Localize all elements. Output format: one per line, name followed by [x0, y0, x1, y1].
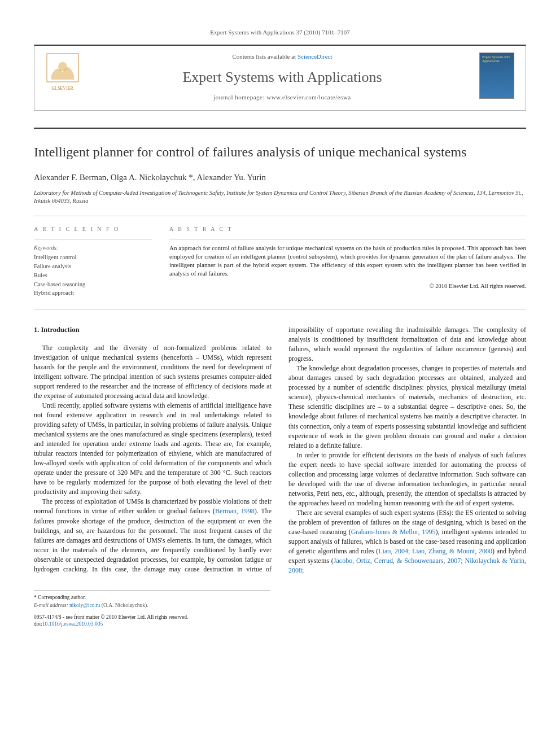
- citation-link[interactable]: Berman, 1998: [215, 507, 255, 515]
- svg-text:ELSEVIER: ELSEVIER: [52, 86, 73, 91]
- journal-header: ELSEVIER Contents lists available at Sci…: [34, 45, 526, 110]
- article-info-heading: A R T I C L E I N F O: [34, 225, 152, 233]
- header-rule: [34, 128, 526, 129]
- abstract-block: A B S T R A C T An approach for control …: [169, 225, 526, 298]
- article-info-block: A R T I C L E I N F O Keywords: Intellig…: [34, 225, 152, 298]
- footer-block: * Corresponding author. E-mail address: …: [34, 590, 270, 627]
- doi-link[interactable]: 10.1016/j.eswa.2010.03.005: [42, 621, 103, 627]
- keyword-item: Intelligent control: [34, 253, 152, 262]
- article-authors: Alexander F. Berman, Olga A. Nickolaychu…: [34, 172, 526, 184]
- article-title: Intelligent planner for control of failu…: [34, 143, 526, 162]
- issn-line: 0957-4174/$ - see front matter © 2010 El…: [34, 614, 270, 621]
- keyword-item: Hybrid approach: [34, 289, 152, 298]
- doi-line: doi:10.1016/j.eswa.2010.03.005: [34, 621, 270, 627]
- abstract-text: An approach for control of failure analy…: [169, 244, 526, 277]
- contents-available-line: Contents lists available at ScienceDirec…: [85, 53, 479, 61]
- journal-homepage: journal homepage: www.elsevier.com/locat…: [85, 93, 479, 102]
- paragraph: The complexity and the diversity of non-…: [34, 343, 272, 401]
- corresponding-author-note: * Corresponding author.: [34, 594, 270, 601]
- citation-link[interactable]: Graham-Jones & Mellor, 1995: [351, 528, 436, 536]
- body-text: 1. Introduction The complexity and the d…: [34, 325, 526, 575]
- keyword-item: Rules: [34, 271, 152, 280]
- paragraph: The knowledge about degradation processe…: [288, 364, 526, 450]
- keyword-item: Case-based reasoning: [34, 280, 152, 289]
- citation-link[interactable]: Liao, 2004; Liao, Zhang, & Mount, 2000: [378, 547, 492, 555]
- section-heading: 1. Introduction: [34, 325, 272, 335]
- paragraph: Until recently, applied software systems…: [34, 401, 272, 497]
- svg-point-1: [58, 62, 67, 71]
- keyword-item: Failure analysis: [34, 262, 152, 271]
- abstract-copyright: © 2010 Elsevier Ltd. All rights reserved…: [169, 282, 526, 291]
- journal-name: Expert Systems with Applications: [85, 67, 479, 88]
- sciencedirect-link[interactable]: ScienceDirect: [298, 53, 333, 60]
- keywords-label: Keywords:: [34, 244, 152, 252]
- article-affiliation: Laboratory for Methods of Computer-Aided…: [34, 189, 526, 204]
- abstract-heading: A B S T R A C T: [169, 225, 526, 233]
- journal-cover-thumbnail: Expert Systems with Applications: [479, 53, 514, 99]
- divider: [34, 309, 526, 309]
- email-link[interactable]: nikoly@icc.ru: [69, 602, 100, 608]
- elsevier-logo-icon: ELSEVIER: [46, 53, 80, 92]
- paragraph: In order to provide for efficient decisi…: [288, 451, 526, 508]
- paragraph: There are several examples of such exper…: [288, 508, 526, 575]
- corresponding-email-line: E-mail address: nikoly@icc.ru (O.A. Nick…: [34, 602, 270, 609]
- page-citation: Expert Systems with Applications 37 (201…: [34, 28, 526, 37]
